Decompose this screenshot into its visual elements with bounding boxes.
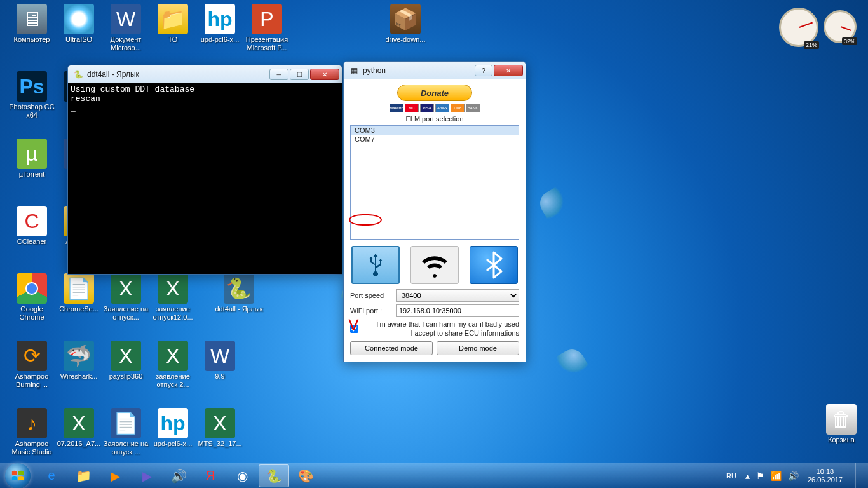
network-icon[interactable]: 📶 [771, 471, 782, 481]
icon-label: UltraISO [55, 36, 103, 44]
app-icon: 📄 [64, 273, 94, 304]
taskbar-wmp-button[interactable]: ▶ [100, 464, 130, 487]
app-icon: Ps [17, 71, 47, 102]
desktop-icon[interactable]: Xзаявление отпуск 2... [149, 341, 197, 389]
tray-arrow-icon[interactable]: ▴ [745, 471, 750, 481]
python-icon: ▦ [349, 65, 359, 76]
console-window[interactable]: 🐍 ddt4all - Ярлык ─ ☐ ✕ Using custom DDT… [67, 65, 342, 274]
desktop-icon[interactable]: 📦drive-down... [381, 4, 430, 44]
app-icon: ♪ [17, 408, 47, 438]
disclaimer-line1: I'm aware that I can harm my car if badl… [362, 320, 519, 329]
action-center-icon[interactable]: ⚑ [756, 471, 764, 481]
desktop-icon[interactable]: ⟳Ashampoo Burning ... [8, 341, 56, 389]
desktop-icon[interactable]: Google Chrome [8, 273, 56, 322]
language-indicator[interactable]: RU [724, 471, 739, 481]
clock[interactable]: 10:18 26.06.2017 [805, 468, 845, 484]
maximize-button[interactable]: ☐ [290, 69, 309, 80]
clock-date: 26.06.2017 [808, 476, 843, 484]
icon-label: CCleaner [8, 238, 56, 246]
app-icon: 📦 [390, 4, 421, 34]
desktop-icon[interactable]: Xзаявление отпуск12.0... [149, 273, 197, 322]
desktop-icon[interactable]: XMTS_32_17... [196, 408, 244, 448]
desktop-icon[interactable]: ♪Ashampoo Music Studio [8, 408, 56, 456]
taskbar-explorer-button[interactable]: 📁 [68, 464, 98, 487]
console-output[interactable]: Using custom DDT database rescan _ [68, 83, 342, 274]
icon-label: Заявление на отпуск... [102, 305, 150, 322]
desktop-icon[interactable]: PsPhotoshop CC x64 [8, 71, 56, 119]
desktop-icon[interactable]: XЗаявление на отпуск... [102, 273, 150, 322]
help-button[interactable]: ? [475, 65, 492, 76]
bluetooth-button[interactable] [470, 246, 518, 284]
desktop-icon[interactable]: UltraISO [55, 4, 103, 44]
donate-button[interactable]: Donate [397, 85, 472, 101]
taskbar-player-button[interactable]: ▶ [132, 464, 162, 487]
desktop-icon[interactable]: Xpayslip360 [102, 341, 150, 381]
desktop-icon[interactable]: WДокумент Microso... [102, 4, 150, 52]
ram-percent: 32% [842, 37, 857, 45]
desktop-icon[interactable]: PПрезентация Microsoft P... [243, 4, 291, 52]
desktop-icon[interactable]: CCCleaner [8, 206, 56, 246]
wifi-port-input[interactable] [396, 304, 519, 317]
taskbar-python-button[interactable]: 🐍 [259, 464, 289, 487]
app-icon [17, 273, 47, 304]
start-button[interactable] [5, 463, 31, 489]
wifi-button[interactable] [410, 246, 459, 284]
port-speed-select[interactable]: 38400 [396, 289, 519, 302]
desktop-icon[interactable]: µµTorrent [8, 139, 56, 179]
close-button[interactable]: ✕ [310, 69, 339, 80]
app-icon: µ [17, 139, 47, 169]
system-tray[interactable]: RU ▴ ⚑ 📶 🔊 10:18 26.06.2017 [724, 463, 863, 489]
desktop-icon[interactable]: 🖥Компьютер [8, 4, 56, 44]
console-titlebar[interactable]: 🐍 ddt4all - Ярлык ─ ☐ ✕ [68, 65, 342, 83]
desktop-icon[interactable]: 🗑Корзина [817, 404, 865, 444]
desktop-icon[interactable]: 📄Заявление на отпуск ... [102, 408, 150, 456]
python-titlebar[interactable]: ▦ python ? ✕ [344, 62, 526, 79]
explorer-icon: 📁 [76, 468, 92, 484]
port-speed-label: Port speed [350, 292, 396, 299]
icon-label: Photoshop CC x64 [8, 103, 56, 119]
icon-label: upd-pcl6-x... [149, 440, 197, 448]
taskbar-paint-button[interactable]: 🎨 [290, 464, 321, 487]
python-dialog[interactable]: ▦ python ? ✕ Donate MaestroMCVISAAmExDis… [343, 61, 526, 362]
icon-label: upd-pcl6-x... [196, 36, 244, 44]
app-icon: X [111, 273, 141, 304]
connected-mode-button[interactable]: Connected mode [350, 341, 433, 355]
port-item[interactable]: COM3 [351, 126, 519, 135]
taskbar-yandex-button[interactable]: Я [195, 464, 226, 487]
card-icon: Maestro [390, 104, 403, 112]
desktop-icon[interactable]: X07.2016_A7... [55, 408, 103, 448]
close-button[interactable]: ✕ [494, 65, 523, 76]
desktop-icon[interactable]: W9.9 [196, 341, 244, 381]
icon-label: заявление отпуск12.0... [149, 305, 197, 322]
app-icon: 🦈 [64, 341, 94, 371]
taskbar-chrome-button[interactable]: ◉ [227, 464, 257, 487]
python-icon: 🐍 [266, 468, 282, 484]
port-item[interactable]: COM7 [351, 135, 519, 144]
usb-button[interactable] [351, 246, 400, 284]
volume-icon[interactable]: 🔊 [788, 471, 799, 481]
cpu-gauge[interactable]: 21% [779, 8, 818, 47]
ie-icon: e [48, 468, 55, 483]
desktop-icon[interactable]: 📄ChromeSe... [55, 273, 103, 313]
desktop-icon[interactable]: hpupd-pcl6-x... [196, 4, 244, 44]
cpu-percent: 21% [804, 41, 819, 49]
card-icon: BANK [466, 104, 480, 112]
desktop-icon[interactable]: 🦈Wireshark... [55, 341, 103, 381]
icon-label: Google Chrome [8, 305, 56, 322]
card-icon: Disc [451, 104, 465, 112]
usb-icon [364, 252, 387, 278]
taskbar[interactable]: e📁▶▶🔊Я◉🐍🎨 RU ▴ ⚑ 📶 🔊 10:18 26.06.2017 [0, 463, 868, 488]
demo-mode-button[interactable]: Demo mode [437, 341, 519, 355]
desktop-icon[interactable]: 🐍ddt4all - Ярлык [215, 273, 263, 313]
show-desktop-button[interactable] [855, 463, 863, 489]
desktop-icon[interactable]: 📁ТО [149, 4, 197, 44]
minimize-button[interactable]: ─ [269, 69, 288, 80]
port-list[interactable]: COM3COM7 [350, 125, 519, 240]
ram-gauge[interactable]: 32% [824, 10, 857, 43]
wmp-icon: ▶ [111, 468, 120, 484]
sidebar-gadget: 21% 32% [779, 8, 857, 47]
taskbar-volume-button[interactable]: 🔊 [163, 464, 194, 487]
taskbar-ie-button[interactable]: e [36, 464, 67, 487]
disclaimer-checkbox[interactable] [350, 325, 358, 333]
desktop-icon[interactable]: hpupd-pcl6-x... [149, 408, 197, 448]
